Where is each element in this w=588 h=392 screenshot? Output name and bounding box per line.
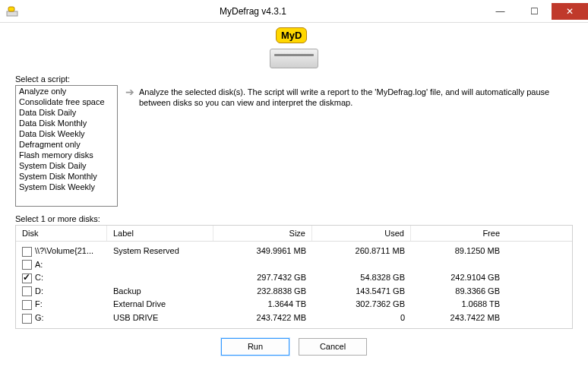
disk-label: USB DRIVE bbox=[107, 312, 213, 324]
script-description: Analyze the selected disk(s). The script… bbox=[139, 87, 573, 207]
col-label[interactable]: Label bbox=[107, 226, 213, 241]
disk-size bbox=[213, 259, 312, 271]
disk-checkbox[interactable] bbox=[22, 273, 32, 283]
close-button[interactable]: ✕ bbox=[552, 3, 588, 20]
disk-used: 302.7362 GB bbox=[312, 299, 411, 311]
table-row[interactable]: D:Backup232.8838 GB143.5471 GB89.3366 GB bbox=[16, 285, 572, 299]
disk-size: 232.8838 GB bbox=[213, 286, 312, 298]
disk-checkbox[interactable] bbox=[22, 300, 32, 310]
cancel-button[interactable]: Cancel bbox=[299, 338, 367, 356]
svg-rect-1 bbox=[8, 7, 14, 11]
col-used[interactable]: Used bbox=[312, 226, 411, 241]
disk-size: 243.7422 MB bbox=[213, 312, 312, 324]
disk-name: F: bbox=[35, 299, 43, 308]
run-button[interactable]: Run bbox=[221, 338, 289, 356]
disk-name: G: bbox=[35, 313, 44, 322]
disk-used bbox=[312, 259, 411, 271]
script-item[interactable]: Analyze only bbox=[16, 86, 117, 96]
disk-name: A: bbox=[35, 260, 43, 269]
script-listbox[interactable]: Analyze onlyConsolidate free spaceData D… bbox=[15, 85, 118, 207]
disk-name: D: bbox=[35, 286, 43, 296]
svg-rect-0 bbox=[7, 11, 17, 16]
script-item[interactable]: Defragment only bbox=[16, 139, 117, 150]
table-row[interactable]: \\?\Volume{21...System Reserved349.9961 … bbox=[16, 245, 572, 258]
script-item[interactable]: Data Disk Monthly bbox=[16, 118, 117, 128]
disk-checkbox[interactable] bbox=[22, 247, 32, 257]
script-item[interactable]: Consolidate free space bbox=[16, 96, 117, 107]
disk-label bbox=[107, 259, 213, 271]
disk-label: Backup bbox=[107, 286, 213, 298]
script-item[interactable]: Data Disk Daily bbox=[16, 107, 117, 118]
disk-used: 0 bbox=[312, 312, 411, 324]
window-title: MyDefrag v4.3.1 bbox=[23, 6, 483, 17]
disk-free: 89.1250 MB bbox=[411, 245, 506, 258]
table-row[interactable]: F:External Drive1.3644 TB302.7362 GB1.06… bbox=[16, 298, 572, 311]
disk-used: 143.5471 GB bbox=[312, 286, 411, 298]
arrow-right-icon: ➔ bbox=[125, 87, 134, 207]
disk-table: Disk Label Size Used Free \\?\Volume{21.… bbox=[15, 225, 573, 329]
disk-label: System Reserved bbox=[107, 245, 213, 258]
col-disk[interactable]: Disk bbox=[16, 226, 107, 241]
table-row[interactable]: A: bbox=[16, 258, 572, 272]
table-row[interactable]: C:297.7432 GB54.8328 GB242.9104 GB bbox=[16, 271, 572, 285]
disk-label: External Drive bbox=[107, 299, 213, 311]
disk-table-header[interactable]: Disk Label Size Used Free bbox=[16, 226, 572, 242]
disk-free: 1.0688 TB bbox=[411, 299, 506, 311]
script-section-label: Select a script: bbox=[15, 74, 573, 84]
disk-checkbox[interactable] bbox=[22, 314, 32, 324]
disk-free: 242.9104 GB bbox=[411, 272, 506, 284]
col-size[interactable]: Size bbox=[213, 226, 312, 241]
disk-name: C: bbox=[35, 273, 43, 282]
disk-size: 297.7432 GB bbox=[213, 272, 312, 284]
disk-label bbox=[107, 272, 213, 284]
script-item[interactable]: System Disk Weekly bbox=[16, 182, 117, 192]
script-item[interactable]: System Disk Daily bbox=[16, 160, 117, 171]
disk-free bbox=[411, 259, 506, 271]
titlebar: MyDefrag v4.3.1 — ☐ ✕ bbox=[0, 0, 588, 23]
disk-name: \\?\Volume{21... bbox=[35, 246, 93, 255]
disk-checkbox[interactable] bbox=[22, 260, 32, 270]
disk-used: 260.8711 MB bbox=[312, 245, 411, 258]
script-item[interactable]: System Disk Monthly bbox=[16, 171, 117, 182]
disk-checkbox[interactable] bbox=[22, 286, 32, 296]
disk-size: 1.3644 TB bbox=[213, 299, 312, 311]
disks-section-label: Select 1 or more disks: bbox=[15, 214, 573, 223]
logo-badge: MyD bbox=[276, 27, 307, 43]
disk-free: 243.7422 MB bbox=[411, 312, 506, 324]
col-free[interactable]: Free bbox=[411, 226, 506, 241]
script-item[interactable]: Data Disk Weekly bbox=[16, 128, 117, 139]
disk-free: 89.3366 GB bbox=[411, 286, 506, 298]
maximize-button[interactable]: ☐ bbox=[517, 3, 552, 20]
script-item[interactable]: Flash memory disks bbox=[16, 150, 117, 160]
table-row[interactable]: G:USB DRIVE243.7422 MB0243.7422 MB bbox=[16, 311, 572, 325]
app-icon bbox=[6, 5, 18, 17]
app-logo: MyD bbox=[15, 32, 573, 68]
disk-used: 54.8328 GB bbox=[312, 272, 411, 284]
minimize-button[interactable]: — bbox=[483, 3, 517, 20]
disk-size: 349.9961 MB bbox=[213, 245, 312, 258]
